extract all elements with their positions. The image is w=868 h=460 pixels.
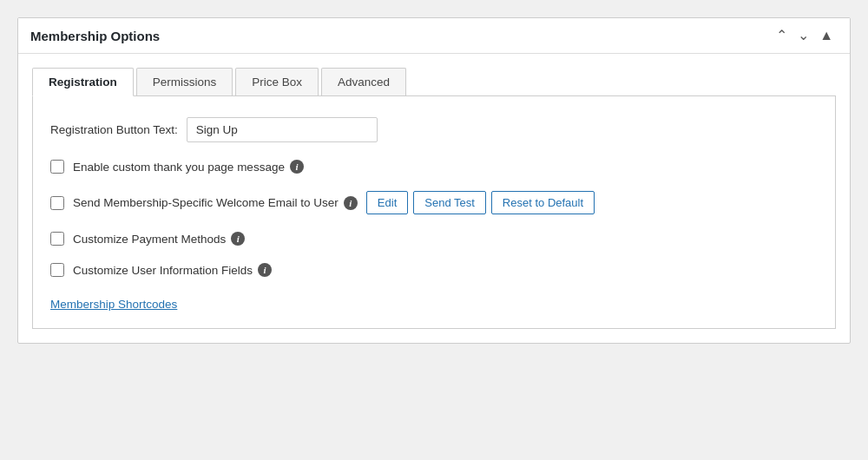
user-info-fields-info-icon[interactable]: i <box>258 263 272 277</box>
payment-methods-info-icon[interactable]: i <box>231 232 245 246</box>
user-info-fields-row: Customize User Information Fields i <box>50 263 818 277</box>
user-info-fields-label: Customize User Information Fields <box>73 264 253 277</box>
panel-header: Membership Options ⌃ ⌄ ▲ <box>18 18 850 54</box>
welcome-email-checkbox[interactable] <box>50 196 64 210</box>
tab-content-registration: Registration Button Text: Enable custom … <box>32 96 836 329</box>
tab-permissions[interactable]: Permissions <box>136 68 233 95</box>
payment-methods-checkbox[interactable] <box>50 232 64 246</box>
welcome-email-row: Send Membership-Specific Welcome Email t… <box>50 191 818 214</box>
panel-title: Membership Options <box>30 29 160 43</box>
user-info-fields-checkbox[interactable] <box>50 263 64 277</box>
reset-to-default-button[interactable]: Reset to Default <box>491 191 595 214</box>
tab-registration[interactable]: Registration <box>32 68 134 96</box>
registration-button-text-row: Registration Button Text: <box>50 117 818 142</box>
tab-advanced[interactable]: Advanced <box>321 68 406 95</box>
welcome-email-action-buttons: Edit Send Test Reset to Default <box>366 191 595 214</box>
welcome-email-info-icon[interactable]: i <box>344 196 358 210</box>
panel-collapse-button[interactable]: ▲ <box>815 27 838 44</box>
panel-controls: ⌃ ⌄ ▲ <box>772 27 838 44</box>
panel-down-button[interactable]: ⌄ <box>793 27 813 44</box>
custom-thankyou-label: Enable custom thank you page message <box>73 161 285 174</box>
registration-button-text-input[interactable] <box>187 117 378 142</box>
custom-thankyou-row: Enable custom thank you page message i <box>50 160 818 174</box>
shortcodes-link-container: Membership Shortcodes <box>50 294 818 311</box>
send-test-button[interactable]: Send Test <box>413 191 486 214</box>
panel-body: Registration Permissions Price Box Advan… <box>18 54 850 329</box>
membership-shortcodes-link[interactable]: Membership Shortcodes <box>50 298 177 311</box>
payment-methods-row: Customize Payment Methods i <box>50 232 818 246</box>
panel-up-button[interactable]: ⌃ <box>772 27 792 44</box>
custom-thankyou-checkbox[interactable] <box>50 160 64 174</box>
edit-button[interactable]: Edit <box>366 191 408 214</box>
tabs-container: Registration Permissions Price Box Advan… <box>32 68 836 96</box>
welcome-email-label: Send Membership-Specific Welcome Email t… <box>73 196 339 209</box>
payment-methods-label: Customize Payment Methods <box>73 233 226 246</box>
membership-options-panel: Membership Options ⌃ ⌄ ▲ Registration Pe… <box>17 17 851 344</box>
tab-price-box[interactable]: Price Box <box>235 68 319 95</box>
custom-thankyou-info-icon[interactable]: i <box>290 160 304 174</box>
registration-button-text-label: Registration Button Text: <box>50 123 178 136</box>
